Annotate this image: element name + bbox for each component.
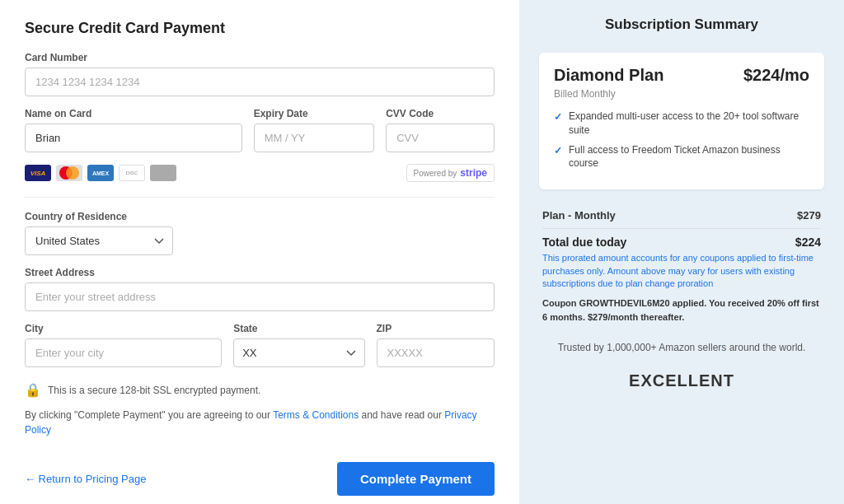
- card-number-input[interactable]: [25, 68, 495, 96]
- feature-text-1: Expanded multi-user access to the 20+ to…: [569, 110, 809, 138]
- plan-monthly-value: $279: [797, 209, 821, 222]
- street-input[interactable]: [25, 282, 495, 311]
- city-field-group: City: [25, 323, 222, 367]
- check-icon-1: ✓: [554, 110, 562, 124]
- trusted-text: Trusted by 1,000,000+ Amazon sellers aro…: [539, 340, 824, 355]
- card-icons-row: VISA AMEX DISC Powered by stripe: [25, 164, 495, 182]
- complete-payment-button[interactable]: Complete Payment: [337, 462, 495, 496]
- stripe-badge: Powered by stripe: [406, 164, 495, 182]
- svg-point-1: [66, 166, 79, 180]
- back-link[interactable]: ← Return to Pricing Page: [25, 473, 146, 485]
- total-label: Total due today: [542, 236, 626, 249]
- expiry-label: Expiry Date: [254, 108, 374, 119]
- visa-icon: VISA: [25, 165, 51, 181]
- check-icon-2: ✓: [554, 144, 562, 158]
- terms-before: By clicking "Complete Payment" you are a…: [25, 409, 273, 421]
- cvv-input[interactable]: [386, 124, 495, 152]
- mastercard-icon: [56, 165, 82, 181]
- card-icons: VISA AMEX DISC: [25, 165, 176, 181]
- discover-icon: DISC: [119, 165, 145, 181]
- billed-label: Billed Monthly: [554, 88, 809, 100]
- ssl-text: This is a secure 128-bit SSL encrypted p…: [48, 385, 260, 396]
- terms-text: By clicking "Complete Payment" you are a…: [25, 408, 495, 437]
- city-state-zip-row: City State XX ALAKCANYTX ZIP: [25, 323, 495, 367]
- plan-monthly-row: Plan - Monthly $279: [542, 203, 821, 229]
- state-label: State: [233, 323, 364, 334]
- summary-details: Plan - Monthly $279 Total due today $224…: [539, 203, 824, 324]
- bottom-actions: ← Return to Pricing Page Complete Paymen…: [25, 454, 495, 496]
- feature-text-2: Full access to Freedom Ticket Amazon bus…: [569, 143, 809, 171]
- plan-name: Diamond Plan: [554, 66, 663, 85]
- generic-card-icon: [150, 165, 176, 181]
- city-input[interactable]: [25, 338, 222, 367]
- name-expiry-cvv-row: Name on Card Expiry Date CVV Code: [25, 108, 495, 152]
- terms-link[interactable]: Terms & Conditions: [273, 409, 359, 421]
- billing-section: Country of Residence United States Canad…: [25, 197, 495, 437]
- country-group: Country of Residence United States Canad…: [25, 211, 495, 255]
- right-panel: Subscription Summary Diamond Plan $224/m…: [519, 0, 844, 504]
- name-label: Name on Card: [25, 108, 242, 119]
- plan-header: Diamond Plan $224/mo: [554, 66, 809, 85]
- zip-field-group: ZIP: [377, 323, 495, 367]
- country-select[interactable]: United States Canada United Kingdom: [25, 226, 173, 255]
- coupon-note: Coupon GROWTHDEVIL6M20 applied. You rece…: [542, 296, 821, 324]
- feature-list: ✓ Expanded multi-user access to the 20+ …: [554, 110, 809, 170]
- feature-item-2: ✓ Full access to Freedom Ticket Amazon b…: [554, 143, 809, 171]
- plan-monthly-label: Plan - Monthly: [542, 209, 616, 222]
- name-input[interactable]: [25, 124, 242, 152]
- cvv-label: CVV Code: [386, 108, 495, 119]
- card-number-group: Card Number: [25, 52, 495, 96]
- feature-item-1: ✓ Expanded multi-user access to the 20+ …: [554, 110, 809, 138]
- left-panel: Secure Credit Card Payment Card Number N…: [0, 0, 519, 504]
- zip-input[interactable]: [377, 338, 495, 367]
- name-field-group: Name on Card: [25, 108, 242, 152]
- total-value: $224: [795, 236, 821, 249]
- card-number-label: Card Number: [25, 52, 495, 63]
- country-label: Country of Residence: [25, 211, 495, 222]
- prorated-note: This prorated amount accounts for any co…: [542, 252, 821, 290]
- summary-title: Subscription Summary: [539, 16, 824, 33]
- expiry-field-group: Expiry Date: [254, 108, 374, 152]
- stripe-logo: stripe: [460, 167, 487, 179]
- plan-price: $224/mo: [743, 66, 809, 85]
- zip-label: ZIP: [377, 323, 495, 334]
- street-address-group: Street Address: [25, 267, 495, 311]
- total-row: Total due today $224: [542, 229, 821, 252]
- excellent-label: EXCELLENT: [539, 371, 824, 390]
- city-label: City: [25, 323, 222, 334]
- street-label: Street Address: [25, 267, 495, 278]
- terms-middle: and have read our: [359, 409, 444, 421]
- cvv-field-group: CVV Code: [386, 108, 495, 152]
- page-title: Secure Credit Card Payment: [25, 20, 495, 37]
- amex-icon: AMEX: [87, 165, 114, 181]
- state-select[interactable]: XX ALAKCANYTX: [233, 338, 364, 367]
- state-field-group: State XX ALAKCANYTX: [233, 323, 364, 367]
- powered-by-label: Powered by: [414, 169, 457, 178]
- lock-icon: 🔒: [25, 382, 41, 398]
- ssl-notice: 🔒 This is a secure 128-bit SSL encrypted…: [25, 382, 495, 398]
- plan-card: Diamond Plan $224/mo Billed Monthly ✓ Ex…: [539, 53, 824, 189]
- expiry-input[interactable]: [254, 124, 374, 152]
